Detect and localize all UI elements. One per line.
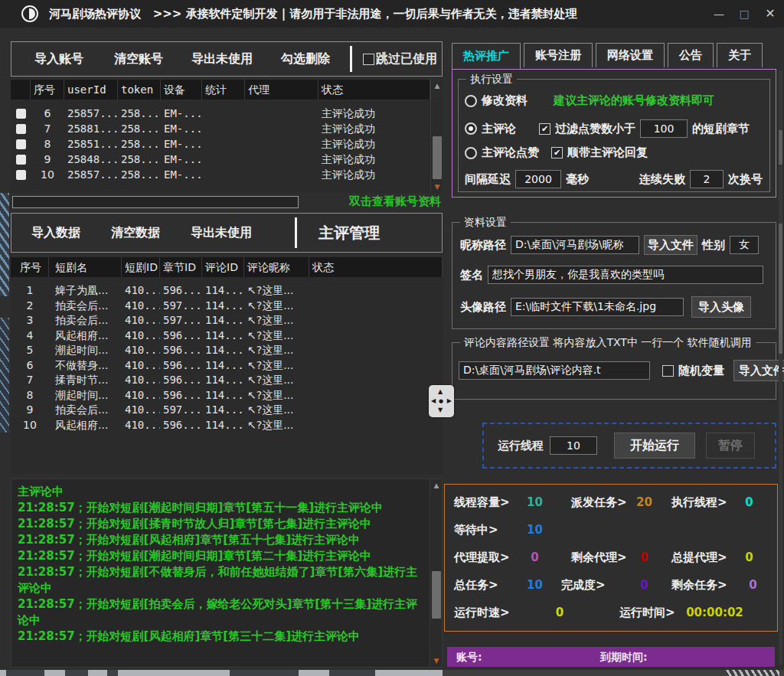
cell-drama-id: 410...: [122, 403, 160, 418]
cell-nickname: ↖?这里...: [244, 313, 309, 328]
scroll-thumb[interactable]: [433, 136, 442, 179]
stat-waiting-value: 10: [518, 523, 552, 537]
export-unused-data-button[interactable]: 导出未使用: [191, 225, 252, 241]
row-checkbox[interactable]: [16, 109, 26, 119]
row-checkbox[interactable]: [16, 124, 26, 134]
cell-nickname: ↖?这里...: [244, 299, 309, 314]
comment-path-input[interactable]: [459, 361, 650, 380]
scroll-up-icon[interactable]: ▲: [430, 479, 443, 491]
tab-about[interactable]: 关于: [717, 43, 763, 67]
header-no: 序号: [31, 80, 64, 100]
cell-no: 6: [11, 358, 49, 374]
filter-likes-input[interactable]: [640, 119, 688, 138]
scroll-thumb[interactable]: [432, 571, 441, 619]
skip-used-checkbox[interactable]: [363, 54, 374, 65]
auto-scroll-pan-icon[interactable]: ▲ ▼ ◀ ▶ ●: [429, 385, 454, 417]
clear-accounts-button[interactable]: 清空账号: [114, 51, 163, 67]
cell-drama-name: 潮起时间...: [49, 343, 122, 358]
cell-no: 2: [11, 299, 49, 314]
random-variable-checkbox[interactable]: [662, 365, 674, 377]
drama-row[interactable]: 1 婢子为凰... 410... 596... 114... ↖?这里...: [11, 283, 443, 299]
cell-chapter-id: 597...: [160, 403, 202, 418]
import-comment-file-button[interactable]: 导入文件: [733, 360, 784, 381]
avatar-path-input[interactable]: [511, 298, 684, 316]
account-row[interactable]: 9 25848... 258... EM-... 主评论成功: [11, 152, 430, 167]
scroll-up-icon[interactable]: ▲: [431, 80, 443, 92]
drama-row[interactable]: 5 潮起时间... 410... 596... 114... ↖?这里...: [11, 343, 443, 358]
cell-comment-id: 114...: [202, 403, 244, 418]
cell-status: [309, 373, 443, 388]
drama-row[interactable]: 9 拍卖会后... 410... 597... 114... ↖?这里...: [11, 403, 443, 418]
cell-device: EM-...: [161, 106, 202, 121]
cell-token: 258...: [118, 136, 161, 152]
cell-chapter-id: 596...: [160, 283, 202, 299]
interval-input[interactable]: [515, 170, 561, 188]
account-row[interactable]: 6 25857... 258... EM-... 主评论成功: [11, 106, 430, 121]
account-row[interactable]: 10 25857... 258... EM-... 主评论成功: [11, 167, 430, 182]
cell-device: EM-...: [161, 121, 202, 136]
stat-proxy-fetch-value: 0: [518, 550, 552, 564]
scroll-down-icon[interactable]: ▼: [430, 655, 443, 667]
nickname-path-input[interactable]: [511, 236, 639, 254]
account-row[interactable]: 8 25851... 258... EM-... 主评论成功: [11, 136, 430, 152]
tab-account-register[interactable]: 账号注册: [524, 43, 593, 67]
row-checkbox[interactable]: [16, 139, 26, 149]
main-comment-radio[interactable]: [465, 122, 477, 135]
main-comment-manage-button[interactable]: 主评管理: [318, 223, 380, 243]
row-checkbox[interactable]: [16, 170, 26, 180]
right-scrollbar-thumb[interactable]: [779, 130, 782, 165]
cell-no: 6: [31, 106, 64, 121]
minimize-button[interactable]: —: [708, 5, 730, 23]
account-table-scrollbar[interactable]: ▲ ▼: [430, 80, 443, 193]
pause-button[interactable]: 暂停: [706, 433, 755, 459]
cell-drama-id: 410...: [122, 328, 160, 344]
drama-row[interactable]: 4 风起相府... 410... 596... 114... ↖?这里...: [11, 328, 443, 344]
right-scrollbar-thumb[interactable]: [779, 224, 782, 354]
modify-profile-hint: 建议主评论的账号修改资料即可: [554, 93, 714, 108]
exec-settings-title: 执行设置: [466, 73, 517, 87]
reply-checkbox[interactable]: ✔: [551, 147, 563, 158]
tab-announcement[interactable]: 公告: [668, 43, 714, 67]
comment-like-radio[interactable]: [465, 147, 477, 159]
account-row[interactable]: 7 25881... 258... EM-... 主评论成功: [11, 121, 430, 136]
header-status: 状态: [309, 257, 443, 277]
import-data-button[interactable]: 导入数据: [31, 225, 80, 241]
filter-likes-checkbox[interactable]: ✔: [539, 123, 550, 135]
license-expire-label: 到期时间:: [600, 647, 648, 667]
desktop-sliver: [0, 193, 9, 296]
cell-nickname: ↖?这里...: [244, 358, 309, 374]
comment-settings-title: 评论内容路径设置 将内容放入TXT中 一行一个 软件随机调用: [460, 336, 756, 350]
cell-no: 9: [31, 152, 64, 167]
cell-drama-name: 拍卖会后...: [49, 313, 122, 328]
drama-row[interactable]: 2 拍卖会后... 410... 597... 114... ↖?这里...: [11, 299, 443, 314]
import-avatar-button[interactable]: 导入头像: [691, 296, 751, 318]
import-nickname-file-button[interactable]: 导入文件: [644, 235, 697, 255]
import-accounts-button[interactable]: 导入账号: [34, 51, 83, 67]
fail-label: 连续失败: [639, 172, 685, 187]
modify-profile-radio[interactable]: [465, 95, 477, 107]
drama-row[interactable]: 7 揉青时节... 410... 596... 114... ↖?这里...: [11, 373, 443, 388]
header-status: 状态: [318, 80, 430, 100]
clear-data-button[interactable]: 清空数据: [111, 225, 160, 241]
export-unused-accounts-button[interactable]: 导出未使用: [191, 51, 253, 67]
cell-drama-id: 410...: [122, 358, 160, 374]
log-scrollbar[interactable]: ▲ ▼: [430, 479, 442, 667]
signature-input[interactable]: [488, 266, 763, 284]
fail-input[interactable]: [690, 170, 724, 188]
interval-label: 间隔延迟: [465, 172, 511, 187]
stat-dispatched-label: 派发任务>: [571, 495, 627, 510]
delete-checked-button[interactable]: 勾选删除: [281, 51, 330, 67]
start-run-button[interactable]: 开始运行: [614, 433, 695, 459]
tab-hot-comment[interactable]: 热评推广: [452, 43, 521, 69]
scroll-down-icon[interactable]: ▼: [431, 181, 443, 193]
drama-row[interactable]: 10 风起相府... 410... 596... 114... ↖?这里...: [11, 418, 443, 433]
tab-network-settings[interactable]: 网络设置: [596, 43, 665, 67]
row-checkbox[interactable]: [16, 155, 26, 165]
gender-input[interactable]: [730, 236, 759, 254]
drama-row[interactable]: 6 不做替身... 410... 596... 114... ↖?这里...: [11, 358, 443, 374]
maximize-button[interactable]: □: [733, 5, 755, 23]
thread-count-input[interactable]: [550, 436, 597, 455]
drama-row[interactable]: 8 潮起时间... 410... 596... 114... ↖?这里...: [11, 388, 443, 403]
drama-row[interactable]: 3 拍卖会后... 410... 597... 114... ↖?这里...: [11, 313, 443, 328]
close-button[interactable]: ✕: [760, 5, 781, 23]
